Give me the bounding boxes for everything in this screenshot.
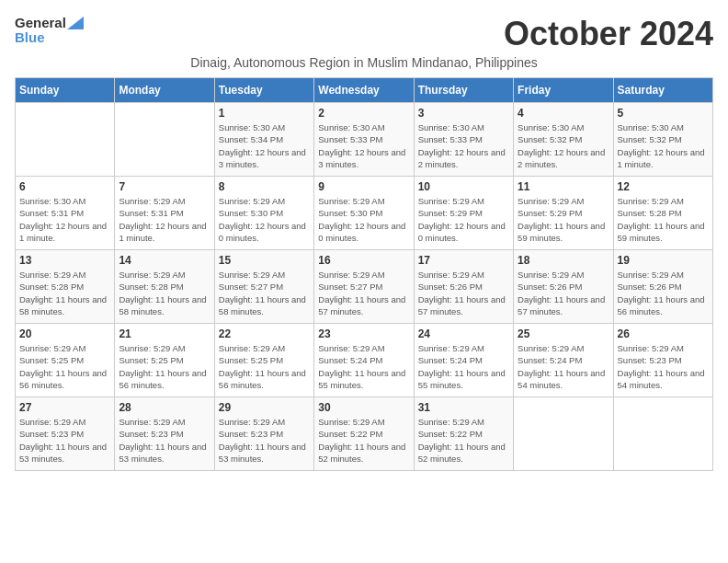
day-info: Sunrise: 5:29 AMSunset: 5:30 PMDaylight:… — [318, 195, 409, 244]
day-info: Sunrise: 5:29 AMSunset: 5:25 PMDaylight:… — [19, 342, 110, 391]
month-title: October 2024 — [504, 15, 713, 53]
calendar-cell: 31Sunrise: 5:29 AMSunset: 5:22 PMDayligh… — [414, 397, 513, 471]
calendar-cell — [16, 103, 115, 177]
calendar-cell: 22Sunrise: 5:29 AMSunset: 5:25 PMDayligh… — [214, 324, 313, 397]
day-info: Sunrise: 5:29 AMSunset: 5:23 PMDaylight:… — [618, 342, 709, 391]
calendar-cell: 13Sunrise: 5:29 AMSunset: 5:28 PMDayligh… — [16, 250, 115, 324]
day-number: 22 — [219, 327, 310, 340]
day-info: Sunrise: 5:29 AMSunset: 5:31 PMDaylight:… — [119, 195, 210, 244]
day-number: 28 — [119, 401, 210, 414]
day-number: 10 — [418, 180, 509, 193]
day-number: 12 — [618, 180, 709, 193]
day-info: Sunrise: 5:29 AMSunset: 5:24 PMDaylight:… — [418, 342, 509, 391]
day-number: 19 — [618, 254, 709, 267]
calendar-cell: 15Sunrise: 5:29 AMSunset: 5:27 PMDayligh… — [214, 250, 313, 324]
day-number: 14 — [119, 254, 210, 267]
day-number: 24 — [418, 327, 509, 340]
day-info: Sunrise: 5:29 AMSunset: 5:26 PMDaylight:… — [518, 269, 609, 317]
calendar-cell: 26Sunrise: 5:29 AMSunset: 5:23 PMDayligh… — [613, 324, 712, 397]
day-number: 7 — [119, 180, 210, 193]
day-number: 2 — [318, 107, 409, 120]
calendar-header-tuesday: Tuesday — [214, 78, 313, 103]
day-number: 6 — [19, 180, 110, 193]
day-info: Sunrise: 5:29 AMSunset: 5:28 PMDaylight:… — [119, 269, 210, 317]
calendar-header-friday: Friday — [514, 78, 613, 103]
svg-marker-0 — [67, 17, 84, 29]
day-info: Sunrise: 5:30 AMSunset: 5:32 PMDaylight:… — [618, 121, 709, 170]
day-info: Sunrise: 5:29 AMSunset: 5:22 PMDaylight:… — [318, 416, 409, 465]
day-number: 3 — [418, 107, 509, 120]
day-info: Sunrise: 5:29 AMSunset: 5:26 PMDaylight:… — [418, 269, 509, 317]
logo-arrow-icon — [67, 17, 84, 29]
calendar-header-saturday: Saturday — [613, 78, 712, 103]
day-number: 15 — [219, 254, 310, 267]
day-number: 26 — [618, 327, 709, 340]
calendar-cell: 20Sunrise: 5:29 AMSunset: 5:25 PMDayligh… — [16, 324, 115, 397]
day-info: Sunrise: 5:29 AMSunset: 5:23 PMDaylight:… — [219, 416, 310, 465]
calendar-cell: 10Sunrise: 5:29 AMSunset: 5:29 PMDayligh… — [414, 177, 513, 250]
calendar-cell: 12Sunrise: 5:29 AMSunset: 5:28 PMDayligh… — [613, 177, 712, 250]
day-info: Sunrise: 5:30 AMSunset: 5:34 PMDaylight:… — [219, 121, 310, 170]
calendar-cell: 14Sunrise: 5:29 AMSunset: 5:28 PMDayligh… — [115, 250, 214, 324]
calendar-cell: 3Sunrise: 5:30 AMSunset: 5:33 PMDaylight… — [414, 103, 513, 177]
calendar-cell: 25Sunrise: 5:29 AMSunset: 5:24 PMDayligh… — [514, 324, 613, 397]
calendar-cell: 2Sunrise: 5:30 AMSunset: 5:33 PMDaylight… — [314, 103, 414, 177]
day-info: Sunrise: 5:29 AMSunset: 5:27 PMDaylight:… — [219, 269, 310, 317]
day-info: Sunrise: 5:29 AMSunset: 5:28 PMDaylight:… — [618, 195, 709, 244]
calendar-table: SundayMondayTuesdayWednesdayThursdayFrid… — [15, 77, 713, 471]
day-number: 23 — [318, 327, 409, 340]
day-info: Sunrise: 5:29 AMSunset: 5:24 PMDaylight:… — [318, 342, 409, 391]
day-info: Sunrise: 5:29 AMSunset: 5:25 PMDaylight:… — [119, 342, 210, 391]
day-number: 20 — [19, 327, 110, 340]
calendar-cell: 19Sunrise: 5:29 AMSunset: 5:26 PMDayligh… — [613, 250, 712, 324]
calendar-cell: 16Sunrise: 5:29 AMSunset: 5:27 PMDayligh… — [314, 250, 414, 324]
day-number: 30 — [318, 401, 409, 414]
day-info: Sunrise: 5:29 AMSunset: 5:26 PMDaylight:… — [618, 269, 709, 317]
day-number: 11 — [518, 180, 609, 193]
calendar-cell: 18Sunrise: 5:29 AMSunset: 5:26 PMDayligh… — [514, 250, 613, 324]
day-info: Sunrise: 5:29 AMSunset: 5:29 PMDaylight:… — [418, 195, 509, 244]
day-number: 21 — [119, 327, 210, 340]
calendar-cell: 1Sunrise: 5:30 AMSunset: 5:34 PMDaylight… — [214, 103, 313, 177]
day-info: Sunrise: 5:29 AMSunset: 5:25 PMDaylight:… — [219, 342, 310, 391]
day-number: 27 — [19, 401, 110, 414]
calendar-cell: 11Sunrise: 5:29 AMSunset: 5:29 PMDayligh… — [514, 177, 613, 250]
day-info: Sunrise: 5:29 AMSunset: 5:23 PMDaylight:… — [19, 416, 110, 465]
calendar-cell — [115, 103, 214, 177]
calendar-header-wednesday: Wednesday — [314, 78, 414, 103]
day-number: 29 — [219, 401, 310, 414]
calendar-cell — [514, 397, 613, 471]
day-number: 25 — [518, 327, 609, 340]
calendar-cell — [613, 397, 712, 471]
day-number: 5 — [618, 107, 709, 120]
calendar-cell: 9Sunrise: 5:29 AMSunset: 5:30 PMDaylight… — [314, 177, 414, 250]
day-number: 1 — [219, 107, 310, 120]
calendar-cell: 21Sunrise: 5:29 AMSunset: 5:25 PMDayligh… — [115, 324, 214, 397]
calendar-header-sunday: Sunday — [16, 78, 115, 103]
day-number: 16 — [318, 254, 409, 267]
day-number: 13 — [19, 254, 110, 267]
calendar-cell: 23Sunrise: 5:29 AMSunset: 5:24 PMDayligh… — [314, 324, 414, 397]
calendar-cell: 17Sunrise: 5:29 AMSunset: 5:26 PMDayligh… — [414, 250, 513, 324]
day-number: 9 — [318, 180, 409, 193]
day-info: Sunrise: 5:29 AMSunset: 5:22 PMDaylight:… — [418, 416, 509, 465]
calendar-subtitle: Dinaig, Autonomous Region in Muslim Mind… — [15, 55, 713, 70]
calendar-cell: 8Sunrise: 5:29 AMSunset: 5:30 PMDaylight… — [214, 177, 313, 250]
logo-blue: Blue — [15, 29, 84, 46]
day-info: Sunrise: 5:29 AMSunset: 5:24 PMDaylight:… — [518, 342, 609, 391]
day-number: 17 — [418, 254, 509, 267]
day-info: Sunrise: 5:29 AMSunset: 5:29 PMDaylight:… — [518, 195, 609, 244]
logo: General Blue — [15, 15, 84, 46]
day-info: Sunrise: 5:30 AMSunset: 5:31 PMDaylight:… — [19, 195, 110, 244]
day-number: 31 — [418, 401, 509, 414]
calendar-cell: 6Sunrise: 5:30 AMSunset: 5:31 PMDaylight… — [16, 177, 115, 250]
calendar-header-thursday: Thursday — [414, 78, 513, 103]
calendar-cell: 30Sunrise: 5:29 AMSunset: 5:22 PMDayligh… — [314, 397, 414, 471]
day-info: Sunrise: 5:30 AMSunset: 5:33 PMDaylight:… — [318, 121, 409, 170]
day-info: Sunrise: 5:30 AMSunset: 5:32 PMDaylight:… — [518, 121, 609, 170]
day-info: Sunrise: 5:29 AMSunset: 5:28 PMDaylight:… — [19, 269, 110, 317]
calendar-cell: 5Sunrise: 5:30 AMSunset: 5:32 PMDaylight… — [613, 103, 712, 177]
day-info: Sunrise: 5:29 AMSunset: 5:30 PMDaylight:… — [219, 195, 310, 244]
calendar-cell: 7Sunrise: 5:29 AMSunset: 5:31 PMDaylight… — [115, 177, 214, 250]
calendar-cell: 4Sunrise: 5:30 AMSunset: 5:32 PMDaylight… — [514, 103, 613, 177]
